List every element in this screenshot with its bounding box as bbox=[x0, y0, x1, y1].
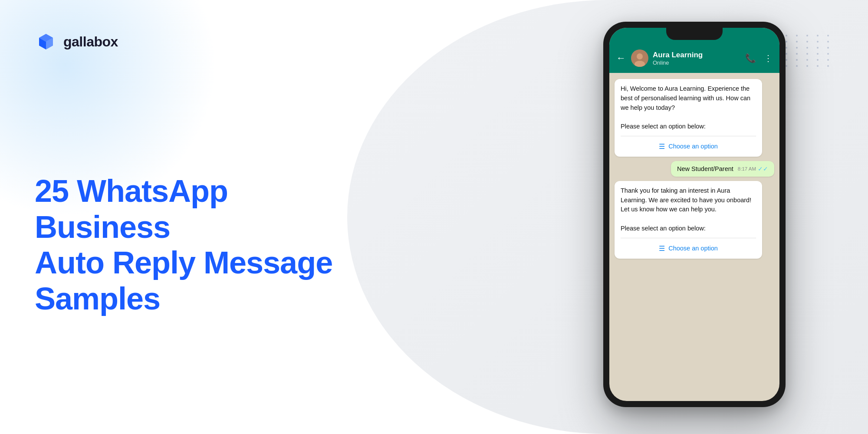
list-icon-2: ☰ bbox=[659, 244, 665, 253]
message-time-ticks: 8:17 AM ✓✓ bbox=[738, 165, 768, 172]
choose-option-label-2: Choose an option bbox=[668, 245, 718, 252]
headline-area: 25 WhatsApp Business Auto Reply Message … bbox=[35, 173, 356, 317]
bot-message-1: Hi, Welcome to Aura Learning. Experience… bbox=[615, 79, 762, 157]
wa-action-icons: 📞 ⋮ bbox=[745, 53, 773, 63]
contact-info: Aura Learning Online bbox=[653, 51, 741, 66]
avatar-image bbox=[631, 49, 648, 67]
back-arrow-icon[interactable]: ← bbox=[616, 53, 626, 64]
contact-name: Aura Learning bbox=[653, 51, 741, 59]
phone-mockup-container: ← Aura Learning Online bbox=[582, 22, 807, 407]
choose-option-label-1: Choose an option bbox=[668, 143, 718, 150]
bot-message-1-text: Hi, Welcome to Aura Learning. Experience… bbox=[621, 84, 756, 132]
headline-line1: 25 WhatsApp Business bbox=[35, 174, 228, 244]
user-reply-bubble: New Student/Parent 8:17 AM ✓✓ bbox=[671, 161, 774, 177]
phone-icon[interactable]: 📞 bbox=[745, 53, 756, 63]
message-time: 8:17 AM bbox=[738, 166, 756, 171]
more-options-icon[interactable]: ⋮ bbox=[764, 53, 773, 63]
bot-message-2-text: Thank you for taking an interest in Aura… bbox=[621, 186, 756, 233]
bubble-divider-1 bbox=[621, 136, 756, 136]
left-content-area: gallabox 25 WhatsApp Business Auto Reply… bbox=[0, 0, 391, 434]
contact-status: Online bbox=[653, 59, 741, 66]
phone-notch bbox=[666, 28, 723, 40]
page-headline: 25 WhatsApp Business Auto Reply Message … bbox=[35, 173, 356, 317]
list-icon-1: ☰ bbox=[659, 142, 665, 151]
choose-option-button-2[interactable]: ☰ Choose an option bbox=[621, 242, 756, 253]
logo-text: gallabox bbox=[63, 34, 118, 50]
user-reply-text: New Student/Parent bbox=[677, 165, 733, 172]
phone-frame: ← Aura Learning Online bbox=[603, 22, 786, 407]
gallabox-logo-icon bbox=[35, 30, 57, 53]
phone-screen: ← Aura Learning Online bbox=[609, 28, 779, 401]
bot-message-2: Thank you for taking an interest in Aura… bbox=[615, 181, 762, 259]
bubble-divider-2 bbox=[621, 238, 756, 238]
contact-avatar bbox=[631, 49, 648, 67]
choose-option-button-1[interactable]: ☰ Choose an option bbox=[621, 140, 756, 151]
chat-area: Hi, Welcome to Aura Learning. Experience… bbox=[609, 73, 779, 265]
read-ticks-icon: ✓✓ bbox=[758, 165, 768, 172]
headline-line2: Auto Reply Message Samples bbox=[35, 245, 332, 316]
svg-point-2 bbox=[637, 53, 643, 59]
logo-area: gallabox bbox=[35, 30, 356, 53]
